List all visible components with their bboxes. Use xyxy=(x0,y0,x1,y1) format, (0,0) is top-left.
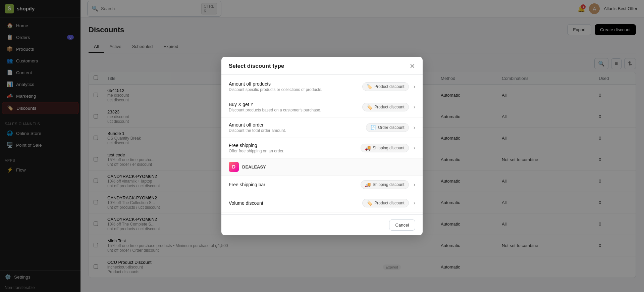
option-badge: 🏷️ Product discount xyxy=(362,103,409,111)
shipping-discount-icon: 🚚 xyxy=(365,182,371,187)
option-badge-label: Shipping discount xyxy=(373,182,405,187)
option-desc: Offer free shipping on an order. xyxy=(229,149,356,153)
chevron-right-icon: › xyxy=(414,104,415,110)
option-desc: Discount specific products or collection… xyxy=(229,87,358,92)
order-discount-icon: 🧾 xyxy=(370,125,376,130)
option-badge: 🏷️ Product discount xyxy=(362,199,409,207)
option-info: Amount off products Discount specific pr… xyxy=(229,81,358,92)
chevron-right-icon: › xyxy=(414,125,415,131)
product-discount-icon: 🏷️ xyxy=(367,104,372,110)
product-discount-icon: 🏷️ xyxy=(367,200,372,206)
discount-option-amount-off-order[interactable]: Amount off order Discount the total orde… xyxy=(221,117,423,138)
discount-option-free-shipping[interactable]: Free shipping Offer free shipping on an … xyxy=(221,138,423,158)
modal-header: Select discount type ✕ xyxy=(221,57,423,75)
option-title: Buy X get Y xyxy=(229,102,358,107)
option-info: Amount off order Discount the total orde… xyxy=(229,122,361,133)
chevron-right-icon: › xyxy=(414,200,415,206)
option-title: Volume discount xyxy=(229,200,358,206)
discount-option-buy-x-get-y[interactable]: Buy X get Y Discount products based on a… xyxy=(221,97,423,117)
chevron-right-icon: › xyxy=(414,84,415,90)
option-info: Volume discount xyxy=(229,200,358,206)
shipping-discount-icon: 🚚 xyxy=(365,145,371,151)
option-desc: Discount products based on a customer's … xyxy=(229,108,358,112)
option-info: Free shipping bar xyxy=(229,182,356,187)
modal-body: Amount off products Discount specific pr… xyxy=(221,75,423,214)
chevron-right-icon: › xyxy=(414,182,415,188)
dealeasy-label: DEALEASY xyxy=(242,164,266,169)
modal-close-button[interactable]: ✕ xyxy=(410,63,415,69)
option-badge-label: Shipping discount xyxy=(373,146,405,150)
option-badge-label: Order discount xyxy=(378,125,405,130)
discount-option-amount-off-products[interactable]: Amount off products Discount specific pr… xyxy=(221,77,423,97)
discount-option-free-shipping-bar[interactable]: Free shipping bar 🚚 Shipping discount › xyxy=(221,176,423,194)
option-badge: 🧾 Order discount xyxy=(366,123,409,132)
option-badge-label: Product discount xyxy=(374,105,404,109)
option-badge: 🚚 Shipping discount xyxy=(361,180,409,189)
discount-option-volume-discount[interactable]: Volume discount 🏷️ Product discount › xyxy=(221,194,423,212)
option-badge-label: Product discount xyxy=(374,201,404,205)
modal-footer: Cancel xyxy=(221,214,423,235)
option-desc: Discount the total order amount. xyxy=(229,128,361,133)
option-badge: 🚚 Shipping discount xyxy=(361,144,409,152)
option-badge-label: Product discount xyxy=(374,84,404,89)
modal-title: Select discount type xyxy=(229,63,284,69)
option-title: Amount off products xyxy=(229,81,358,87)
cancel-button[interactable]: Cancel xyxy=(389,220,415,231)
option-info: Free shipping Offer free shipping on an … xyxy=(229,143,356,153)
product-discount-icon: 🏷️ xyxy=(367,84,372,89)
dealeasy-icon: D xyxy=(229,162,239,172)
option-title: Free shipping bar xyxy=(229,182,356,187)
option-title: Amount off order xyxy=(229,122,361,128)
select-discount-type-modal: Select discount type ✕ Amount off produc… xyxy=(221,57,423,235)
dealeasy-section: D DEALEASY xyxy=(221,158,423,176)
option-title: Free shipping xyxy=(229,143,356,148)
option-badge: 🏷️ Product discount xyxy=(362,82,409,91)
chevron-right-icon: › xyxy=(414,145,415,151)
modal-overlay[interactable]: Select discount type ✕ Amount off produc… xyxy=(0,0,644,292)
dealeasy-banner: D DEALEASY xyxy=(221,158,423,175)
option-info: Buy X get Y Discount products based on a… xyxy=(229,102,358,112)
